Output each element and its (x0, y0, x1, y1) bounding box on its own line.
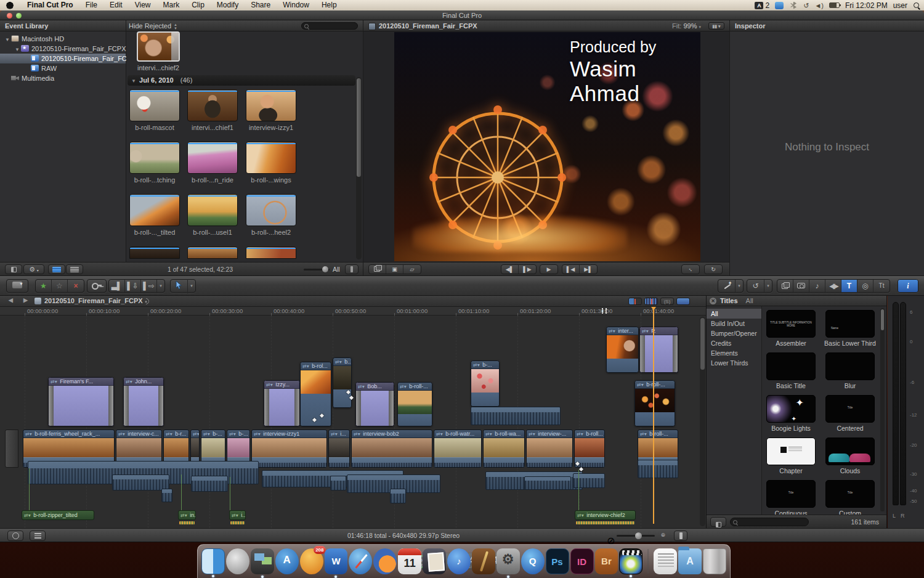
clip-menu-icon[interactable]: ⇄▾ (577, 513, 584, 518)
sidebar-item-macintosh-hd[interactable]: ▼Macintosh HD (0, 34, 126, 44)
battery-icon[interactable] (829, 2, 840, 8)
timeline-connected-clip-b[interactable]: ⇄▾ b... (333, 357, 352, 408)
timeline-clip-interview-izzy1[interactable]: ⇄▾ interview-izzy1 (251, 429, 327, 468)
previous-frame-button[interactable]: ◀▌ (501, 265, 519, 274)
expanded-audio-block[interactable] (330, 476, 346, 490)
sidebar-item-20120510-fireman-fair-fcpx[interactable]: ▼20120510-Fireman_Fair_FCPX (0, 44, 126, 54)
zoom-slider-knob[interactable] (635, 532, 642, 539)
system-preferences-icon[interactable]: ⚙ (496, 548, 520, 574)
clip-menu-icon[interactable]: ⇄▾ (640, 431, 647, 437)
timeline-back-button[interactable]: ◀ (9, 297, 13, 303)
timeline-clip-i[interactable]: ⇄▾ i... (328, 429, 350, 468)
viewer-zoom-menu[interactable]: Fit: 99% ▾ (672, 20, 701, 33)
itunes-icon[interactable]: ♪ (447, 548, 471, 574)
clip-thumbnail[interactable] (129, 246, 180, 259)
trim-handle-right[interactable] (108, 386, 113, 426)
trim-handle-right[interactable] (158, 386, 163, 426)
timeline-clip-interview-bob2[interactable]: ⇄▾ interview-bob2 (351, 429, 432, 468)
themes-browser-button[interactable]: Tt (873, 280, 890, 292)
trim-handle-left[interactable] (264, 389, 269, 426)
titles-category-build-in-out[interactable]: Build In/Out (707, 319, 761, 328)
zoom-window-button[interactable] (16, 13, 22, 18)
title-thumbnail[interactable] (766, 352, 816, 380)
timeline-title-clip-fireman-s-f[interactable]: ⇄▾ Fireman's F... (48, 377, 114, 426)
connect-edit-button[interactable]: ▃▌ (109, 280, 125, 292)
photo-booth-icon[interactable] (423, 548, 446, 574)
play-button[interactable]: ▶ (540, 265, 557, 274)
clip-thumbnail[interactable] (246, 194, 296, 226)
timeline-connected-clip-inter[interactable]: ⇄▾ inter... (606, 327, 639, 373)
tool-menu-caret[interactable]: ▾ (188, 283, 195, 288)
solo-toggle[interactable]: (S) (660, 298, 674, 305)
app-store-icon[interactable]: A (275, 548, 299, 574)
menu-help[interactable]: Help (315, 0, 343, 10)
append-edit-button[interactable]: ▌⇨ (141, 280, 157, 292)
timeline-title-clip-bob[interactable]: ⇄▾ Bob... (355, 382, 394, 426)
titles-category-bumper-opener[interactable]: Bumper/Opener (707, 328, 761, 338)
timeline-title-clip-izzy[interactable]: ⇄▾ Izzy... (264, 380, 300, 426)
retime-button[interactable]: ↺ (747, 280, 764, 292)
quicktime-icon[interactable]: Q (521, 548, 545, 574)
clip-menu-icon[interactable]: ⇄▾ (203, 431, 210, 437)
title-item-blur[interactable]: Blur (822, 352, 878, 389)
clip-thumbnail[interactable] (246, 89, 296, 121)
insert-edit-button[interactable]: ▌⇩ (125, 280, 141, 292)
photos-browser-button[interactable] (793, 280, 809, 292)
title-thumbnail[interactable]: TITLE SUBTITLE INFORMATION MORE (766, 310, 816, 338)
clip-thumbnail[interactable] (246, 246, 296, 259)
window-titlebar[interactable]: Final Cut Pro (0, 10, 924, 20)
menu-share[interactable]: Share (245, 0, 277, 10)
clip-menu-icon[interactable]: ⇄▾ (637, 382, 644, 388)
clip-menu-icon[interactable]: ⇄▾ (473, 362, 480, 368)
hide-event-library-button[interactable] (5, 264, 22, 274)
trash-icon[interactable] (703, 548, 726, 574)
expanded-audio-block[interactable] (390, 489, 406, 503)
titles-category-elements[interactable]: Elements (707, 348, 761, 358)
title-thumbnail[interactable]: Name (825, 310, 875, 338)
title-item-continuous[interactable]: TitleContinuous (763, 480, 819, 517)
sidebar-item-raw[interactable]: RAW (0, 63, 126, 73)
titles-category-lower-thirds[interactable]: Lower Thirds (707, 358, 761, 368)
select-tool-button[interactable] (171, 279, 188, 293)
clip-menu-icon[interactable]: ⇄▾ (302, 364, 309, 369)
connected-audio-strip[interactable] (471, 407, 561, 425)
trim-handle-left[interactable] (640, 335, 645, 372)
keyframe-diamond[interactable] (579, 467, 583, 471)
menu-file[interactable]: File (79, 0, 103, 10)
timeline-audio-clip-b-roll-zipper-tilted[interactable]: ⇄▾ b-roll-zipper_tilted (22, 510, 94, 520)
trim-handle-left[interactable] (356, 391, 361, 426)
indesign-icon[interactable]: ID (570, 548, 594, 574)
document-icon[interactable] (654, 548, 677, 574)
trim-handle-left[interactable] (49, 386, 54, 426)
selected-clip-thumbnail[interactable] (137, 31, 180, 62)
clip-menu-icon[interactable]: ⇄▾ (229, 431, 236, 437)
clip-menu-icon[interactable]: ⇄▾ (609, 328, 615, 334)
list-view-button[interactable] (66, 264, 83, 274)
title-thumbnail[interactable] (825, 352, 875, 380)
clip-menu-icon[interactable]: ⇄▾ (485, 431, 492, 437)
user-menu[interactable]: user (893, 1, 907, 10)
title-thumbnail[interactable]: Title (825, 395, 875, 423)
titles-search-field[interactable] (730, 518, 809, 526)
dropbox-icon[interactable] (775, 2, 784, 9)
menu-clip[interactable]: Clip (185, 0, 211, 10)
clip-menu-icon[interactable]: ⇄▾ (577, 431, 583, 437)
close-window-button[interactable] (7, 13, 12, 18)
close-icon[interactable]: ✕ (710, 298, 716, 304)
disclosure-triangle-icon[interactable]: ▼ (131, 76, 137, 86)
garageband-icon[interactable] (472, 548, 495, 574)
clip-menu-icon[interactable]: ⇄▾ (400, 384, 407, 389)
clip-menu-icon[interactable]: ⇄▾ (24, 513, 31, 518)
clip-menu-icon[interactable]: ⇄▾ (180, 513, 187, 518)
clip-thumbnail[interactable] (129, 89, 180, 121)
menu-modify[interactable]: Modify (211, 0, 245, 10)
retime-caret[interactable]: ▾ (764, 283, 772, 288)
browser-scrollbar[interactable] (356, 77, 362, 259)
title-thumbnail[interactable]: Title (766, 480, 816, 508)
title-item-chapter[interactable]: Chapter (763, 438, 819, 474)
title-thumbnail[interactable] (825, 438, 875, 465)
timeline-title-clip-john[interactable]: ⇄▾ John... (123, 377, 164, 426)
loop-playback-button[interactable]: ↻ (705, 265, 722, 274)
timeline-clip-b-roll-wa[interactable]: ⇄▾ b-roll-wa... (483, 429, 525, 468)
generators-browser-button[interactable]: ◎ (857, 280, 873, 292)
